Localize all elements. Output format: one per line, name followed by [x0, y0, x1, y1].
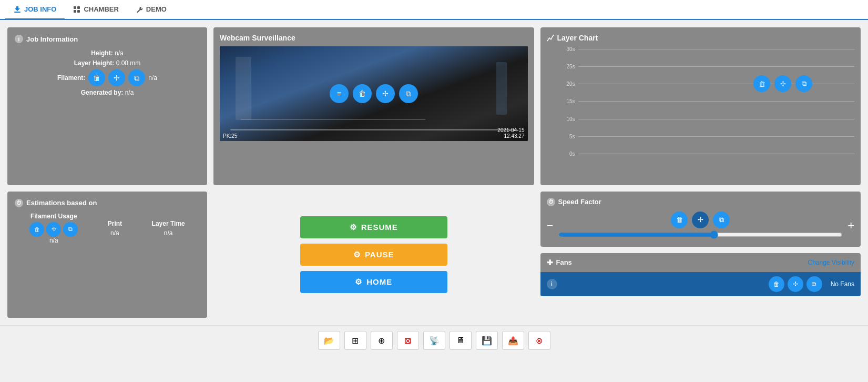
webcam-panel: Webcam Surveillance ≡ 🗑 ✢ ⧉ PK:25 2021-0… — [213, 27, 534, 185]
job-field-height: Height: n/a — [15, 49, 200, 57]
clock-icon: ⏱ — [15, 199, 23, 207]
speed-factor-panel: ⏱ Speed Factor − 🗑 ✢ ⧉ + — [540, 192, 861, 247]
speed-plus-btn[interactable]: + — [847, 220, 854, 232]
home-label: HOME — [366, 277, 392, 286]
chart-copy-btn[interactable]: ⧉ — [795, 75, 812, 92]
webcam-copy-btn[interactable]: ⧉ — [399, 84, 418, 103]
svg-rect-0 — [14, 12, 21, 13]
fans-plus-icon: ✚ — [547, 258, 553, 267]
svg-rect-4 — [77, 10, 80, 13]
resume-gear-icon: ⚙ — [350, 223, 357, 232]
main-content: i Job Information Height: n/a Layer Heig… — [0, 20, 868, 325]
tab-demo-label: DEMO — [146, 5, 167, 13]
webcam-overlay-buttons: ≡ 🗑 ✢ ⧉ — [330, 84, 418, 103]
speed-controls: − 🗑 ✢ ⧉ + — [547, 212, 855, 240]
job-info-panel: i Job Information Height: n/a Layer Heig… — [7, 27, 207, 185]
speed-copy-btn[interactable]: ⧉ — [713, 212, 730, 228]
webcam-list-btn[interactable]: ≡ — [330, 84, 349, 103]
job-info-title: i Job Information — [15, 35, 200, 43]
fans-copy-btn[interactable]: ⧉ — [806, 276, 822, 292]
speed-trash-btn[interactable]: 🗑 — [671, 212, 688, 228]
resume-button[interactable]: ⚙ RESUME — [300, 216, 447, 238]
fans-info-icon: i — [547, 279, 557, 289]
tab-chamber-label: CHAMBER — [84, 5, 118, 13]
bottom-toolbar: 📂 ⊞ ⊕ ⊠ 📡 🖥 💾 📤 ⊗ — [0, 325, 868, 355]
est-move-btn[interactable]: ✢ — [46, 222, 61, 237]
webcam-trash-btn[interactable]: 🗑 — [353, 84, 372, 103]
fans-title: ✚ Fans — [547, 258, 572, 267]
svg-rect-1 — [74, 6, 76, 9]
speed-overlay-buttons: 🗑 ✢ ⧉ — [558, 212, 842, 228]
est-copy-btn[interactable]: ⧉ — [63, 222, 78, 237]
webcam-container: ≡ 🗑 ✢ ⧉ PK:25 2021-04-15 12:43:27 — [220, 46, 528, 141]
tab-job-info-label: JOB INFO — [24, 5, 56, 13]
fans-body: i 🗑 ✢ ⧉ No Fans — [540, 272, 861, 296]
pause-label: PAUSE — [365, 250, 394, 259]
tab-job-info[interactable]: JOB INFO — [5, 0, 65, 20]
fans-panel: ✚ Fans Change Visibility i 🗑 ✢ ⧉ No Fans — [540, 253, 861, 296]
job-field-generated: Generated by: n/a — [15, 89, 200, 96]
grid-icon — [73, 6, 80, 13]
move-btn-job[interactable]: ✢ — [108, 69, 125, 86]
chart-icon — [547, 34, 554, 42]
resume-label: RESUME — [361, 223, 398, 232]
speed-slider[interactable] — [558, 230, 842, 239]
toolbar-monitor-btn[interactable]: 🖥 — [450, 331, 472, 350]
controls-panel: ⚙ RESUME ⚙ PAUSE ⚙ HOME — [213, 192, 534, 318]
chart-area: 30s 25s 20s 15s 10s 5s 0s 🗑 ✢ ⧉ — [547, 46, 855, 157]
copy-btn-job[interactable]: ⧉ — [128, 69, 145, 86]
toolbar-add-btn[interactable]: ⊕ — [371, 331, 393, 350]
toolbar-stop-btn[interactable]: ⊗ — [528, 331, 550, 350]
job-field-filament: Filament: 🗑 ✢ ⧉ n/a — [15, 69, 200, 86]
webcam-id: PK:25 — [223, 133, 237, 139]
est-trash-btn[interactable]: 🗑 — [29, 222, 44, 237]
fans-header: ✚ Fans Change Visibility — [540, 253, 861, 272]
chart-trash-btn[interactable]: 🗑 — [753, 75, 770, 92]
toolbar-save-btn[interactable]: 💾 — [476, 331, 498, 350]
toolbar-connect-btn[interactable]: 📡 — [423, 331, 445, 350]
est-layer-time: Layer Time n/a — [152, 220, 185, 237]
layer-chart-panel: Layer Chart 30s 25s 20s 15s 10s 5s 0s 🗑 … — [540, 27, 861, 185]
speed-move-btn[interactable]: ✢ — [692, 212, 709, 228]
tab-demo[interactable]: DEMO — [127, 0, 175, 20]
speed-factor-title: ⏱ Speed Factor — [547, 198, 855, 206]
fans-move-btn[interactable]: ✢ — [788, 276, 803, 292]
fans-trash-btn[interactable]: 🗑 — [769, 276, 784, 292]
est-filament: Filament Usage 🗑 ✢ ⧉ n/a — [29, 213, 78, 244]
fans-overlay-buttons: 🗑 ✢ ⧉ — [769, 276, 822, 292]
toolbar-grid-btn[interactable]: ⊞ — [344, 331, 366, 350]
home-gear-icon: ⚙ — [355, 277, 362, 287]
toolbar-upload-btn[interactable]: 📤 — [502, 331, 524, 350]
est-print: Print n/a — [108, 220, 122, 237]
speed-icon: ⏱ — [547, 198, 555, 206]
trash-btn-job[interactable]: 🗑 — [88, 69, 105, 86]
svg-rect-3 — [74, 10, 76, 13]
chart-move-btn[interactable]: ✢ — [774, 75, 791, 92]
nav-tabs: JOB INFO CHAMBER DEMO — [0, 0, 868, 20]
pause-gear-icon: ⚙ — [353, 250, 361, 259]
estimations-title: ⏱ Estimations based on — [15, 199, 200, 207]
wrench-icon — [136, 6, 143, 13]
estimations-grid: Filament Usage 🗑 ✢ ⧉ n/a Print n/a Layer… — [15, 213, 200, 244]
svg-rect-2 — [77, 6, 80, 9]
home-button[interactable]: ⚙ HOME — [300, 271, 447, 293]
download-icon — [14, 6, 21, 13]
estimations-panel: ⏱ Estimations based on Filament Usage 🗑 … — [7, 192, 207, 318]
speed-minus-btn[interactable]: − — [547, 220, 554, 232]
tab-chamber[interactable]: CHAMBER — [65, 0, 127, 20]
info-icon: i — [15, 35, 23, 43]
no-fans-label: No Fans — [831, 280, 854, 288]
job-field-layer-height: Layer Height: 0.00 mm — [15, 59, 200, 67]
webcam-move-btn[interactable]: ✢ — [376, 84, 395, 103]
toolbar-open-btn[interactable]: 📂 — [318, 331, 340, 350]
webcam-title: Webcam Surveillance — [220, 34, 528, 42]
right-bottom-stack: ⏱ Speed Factor − 🗑 ✢ ⧉ + — [540, 192, 861, 318]
layer-chart-title: Layer Chart — [547, 34, 855, 42]
toolbar-close-btn[interactable]: ⊠ — [397, 331, 419, 350]
webcam-timestamp: 2021-04-15 12:43:27 — [497, 127, 524, 139]
pause-button[interactable]: ⚙ PAUSE — [300, 244, 447, 266]
fans-change-visibility[interactable]: Change Visibility — [808, 259, 855, 266]
chart-overlay-buttons: 🗑 ✢ ⧉ — [753, 75, 812, 92]
